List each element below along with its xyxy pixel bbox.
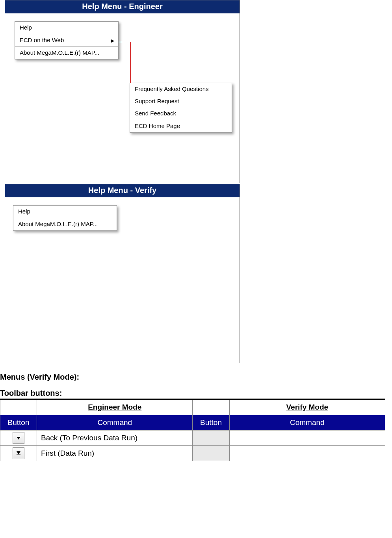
col-header-button: Button [193, 415, 229, 430]
help-submenu-ecd: Frequently Asked Questions Support Reque… [130, 83, 232, 133]
toolbar-table: Engineer Mode Verify Mode Button Command… [0, 399, 385, 461]
table-row: Back (To Previous Data Run) [0, 430, 385, 446]
submenu-item-feedback[interactable]: Send Feedback [130, 108, 232, 120]
menu-item-ecd-web[interactable]: ECD on the Web ▶ [15, 34, 118, 47]
command-cell: Back (To Previous Data Run) [37, 430, 193, 446]
submenu-item-home[interactable]: ECD Home Page [130, 120, 232, 132]
table-row: First (Data Run) [0, 446, 385, 461]
col-header-button: Button [0, 415, 37, 430]
menu-item-help[interactable]: Help [13, 206, 117, 218]
menu-item-label: Send Feedback [135, 110, 176, 117]
svg-marker-1 [17, 451, 20, 454]
menu-item-label: ECD on the Web [20, 37, 64, 43]
figure-help-verify: Help Menu - Verify Help About MegaM.O.L.… [5, 184, 240, 363]
submenu-item-support[interactable]: Support Request [130, 95, 232, 108]
submenu-connector [119, 42, 131, 83]
svg-rect-2 [17, 455, 20, 455]
table-group-row: Engineer Mode Verify Mode [0, 399, 385, 415]
figure-help-engineer: Help Menu - Engineer Help ECD on the Web… [5, 0, 240, 183]
back-button[interactable] [13, 432, 24, 444]
down-bar-arrow-icon [16, 451, 21, 456]
button-cell [0, 446, 37, 461]
first-button[interactable] [13, 447, 24, 459]
table-header-row: Button Command Button Command [0, 415, 385, 430]
menu-item-label: Help [18, 208, 30, 215]
help-menu-engineer: Help ECD on the Web ▶ About MegaM.O.L.E.… [15, 21, 119, 59]
empty-cell [193, 399, 229, 415]
menu-item-label: About MegaM.O.L.E.(r) MAP... [20, 49, 99, 56]
empty-cell [0, 399, 37, 415]
figure-body: Help ECD on the Web ▶ About MegaM.O.L.E.… [5, 13, 240, 183]
menu-item-help[interactable]: Help [15, 22, 118, 34]
col-header-command: Command [37, 415, 193, 430]
figure-title: Help Menu - Verify [5, 184, 240, 197]
menu-item-label: About MegaM.O.L.E.(r) MAP... [18, 221, 98, 227]
heading-toolbar-buttons: Toolbar buttons: [0, 389, 392, 398]
group-header-verify: Verify Mode [229, 399, 385, 415]
submenu-item-faq[interactable]: Frequently Asked Questions [130, 83, 232, 95]
command-cell: First (Data Run) [37, 446, 193, 461]
menu-item-about[interactable]: About MegaM.O.L.E.(r) MAP... [13, 218, 117, 230]
heading-menus-verify: Menus (Verify Mode): [0, 373, 392, 382]
submenu-arrow-icon: ▶ [111, 38, 114, 43]
button-cell-empty [193, 446, 229, 461]
figure-body: Help About MegaM.O.L.E.(r) MAP... [5, 197, 240, 363]
menu-item-label: Support Request [135, 98, 179, 104]
command-cell [229, 430, 385, 446]
group-header-engineer: Engineer Mode [37, 399, 193, 415]
command-cell [229, 446, 385, 461]
down-arrow-icon [16, 435, 21, 441]
button-cell-empty [193, 430, 229, 446]
menu-item-label: Frequently Asked Questions [135, 85, 209, 92]
figure-title: Help Menu - Engineer [5, 0, 240, 13]
col-header-command: Command [229, 415, 385, 430]
help-menu-verify: Help About MegaM.O.L.E.(r) MAP... [13, 205, 117, 231]
menu-item-label: Help [20, 24, 32, 31]
button-cell [0, 430, 37, 446]
svg-marker-0 [17, 437, 20, 440]
menu-item-about[interactable]: About MegaM.O.L.E.(r) MAP... [15, 47, 118, 59]
menu-item-label: ECD Home Page [135, 122, 180, 129]
